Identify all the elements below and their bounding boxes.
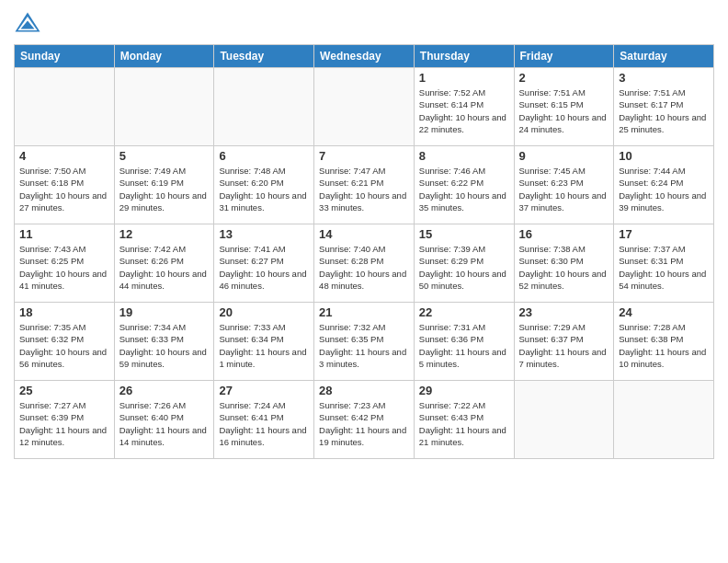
day-number: 11 xyxy=(19,227,109,241)
day-cell: 10Sunrise: 7:44 AMSunset: 6:24 PMDayligh… xyxy=(614,146,714,224)
day-number: 25 xyxy=(19,384,109,397)
day-number: 26 xyxy=(119,384,210,397)
day-cell: 21Sunrise: 7:32 AMSunset: 6:35 PMDayligh… xyxy=(314,303,415,381)
day-cell: 18Sunrise: 7:35 AMSunset: 6:32 PMDayligh… xyxy=(15,303,115,381)
day-cell: 23Sunrise: 7:29 AMSunset: 6:37 PMDayligh… xyxy=(514,303,614,381)
day-cell: 28Sunrise: 7:23 AMSunset: 6:42 PMDayligh… xyxy=(314,381,415,459)
day-number: 13 xyxy=(219,227,309,241)
day-number: 16 xyxy=(519,227,609,241)
day-info: Sunrise: 7:46 AMSunset: 6:22 PMDaylight:… xyxy=(419,165,509,213)
day-number: 6 xyxy=(219,149,309,163)
day-info: Sunrise: 7:28 AMSunset: 6:38 PMDaylight:… xyxy=(619,321,709,370)
day-number: 24 xyxy=(619,305,709,319)
day-info: Sunrise: 7:42 AMSunset: 6:26 PMDaylight:… xyxy=(119,243,210,292)
day-info: Sunrise: 7:31 AMSunset: 6:36 PMDaylight:… xyxy=(419,321,509,370)
day-cell xyxy=(114,68,214,146)
day-number: 3 xyxy=(619,71,709,85)
day-info: Sunrise: 7:39 AMSunset: 6:29 PMDaylight:… xyxy=(419,243,509,292)
day-number: 29 xyxy=(419,384,509,397)
day-number: 8 xyxy=(419,149,509,163)
logo-icon xyxy=(14,9,41,37)
day-number: 17 xyxy=(619,227,709,241)
day-info: Sunrise: 7:26 AMSunset: 6:40 PMDaylight:… xyxy=(119,399,210,448)
day-cell: 3Sunrise: 7:51 AMSunset: 6:17 PMDaylight… xyxy=(614,68,714,146)
day-info: Sunrise: 7:27 AMSunset: 6:39 PMDaylight:… xyxy=(19,399,109,448)
day-info: Sunrise: 7:35 AMSunset: 6:32 PMDaylight:… xyxy=(19,321,109,370)
week-row-5: 25Sunrise: 7:27 AMSunset: 6:39 PMDayligh… xyxy=(15,381,714,459)
day-info: Sunrise: 7:43 AMSunset: 6:25 PMDaylight:… xyxy=(19,243,109,292)
day-info: Sunrise: 7:32 AMSunset: 6:35 PMDaylight:… xyxy=(319,321,409,370)
day-cell: 29Sunrise: 7:22 AMSunset: 6:43 PMDayligh… xyxy=(414,381,514,459)
day-cell: 19Sunrise: 7:34 AMSunset: 6:33 PMDayligh… xyxy=(114,303,214,381)
day-number: 18 xyxy=(19,305,109,319)
day-cell xyxy=(214,68,314,146)
day-number: 12 xyxy=(119,227,210,241)
col-header-saturday: Saturday xyxy=(614,45,714,68)
day-number: 5 xyxy=(119,149,210,163)
day-number: 14 xyxy=(319,227,409,241)
day-number: 2 xyxy=(519,71,609,85)
header-row: SundayMondayTuesdayWednesdayThursdayFrid… xyxy=(15,45,714,68)
day-info: Sunrise: 7:34 AMSunset: 6:33 PMDaylight:… xyxy=(119,321,210,370)
day-number: 7 xyxy=(319,149,409,163)
day-cell: 25Sunrise: 7:27 AMSunset: 6:39 PMDayligh… xyxy=(15,381,115,459)
col-header-tuesday: Tuesday xyxy=(214,45,314,68)
day-cell: 2Sunrise: 7:51 AMSunset: 6:15 PMDaylight… xyxy=(514,68,614,146)
day-cell: 15Sunrise: 7:39 AMSunset: 6:29 PMDayligh… xyxy=(414,224,514,303)
day-cell: 27Sunrise: 7:24 AMSunset: 6:41 PMDayligh… xyxy=(214,381,314,459)
day-number: 23 xyxy=(519,305,609,319)
day-number: 27 xyxy=(219,384,309,397)
day-info: Sunrise: 7:41 AMSunset: 6:27 PMDaylight:… xyxy=(219,243,309,292)
calendar-table: SundayMondayTuesdayWednesdayThursdayFrid… xyxy=(14,44,714,459)
day-cell xyxy=(15,68,115,146)
day-cell: 12Sunrise: 7:42 AMSunset: 6:26 PMDayligh… xyxy=(114,224,214,303)
day-number: 28 xyxy=(319,384,409,397)
day-cell: 6Sunrise: 7:48 AMSunset: 6:20 PMDaylight… xyxy=(214,146,314,224)
day-number: 15 xyxy=(419,227,509,241)
day-number: 9 xyxy=(519,149,609,163)
day-info: Sunrise: 7:48 AMSunset: 6:20 PMDaylight:… xyxy=(219,165,309,213)
col-header-friday: Friday xyxy=(514,45,614,68)
day-info: Sunrise: 7:33 AMSunset: 6:34 PMDaylight:… xyxy=(219,321,309,370)
week-row-1: 1Sunrise: 7:52 AMSunset: 6:14 PMDaylight… xyxy=(15,68,714,146)
day-number: 20 xyxy=(219,305,309,319)
col-header-monday: Monday xyxy=(114,45,214,68)
day-cell: 24Sunrise: 7:28 AMSunset: 6:38 PMDayligh… xyxy=(614,303,714,381)
day-info: Sunrise: 7:49 AMSunset: 6:19 PMDaylight:… xyxy=(119,165,210,213)
day-cell: 13Sunrise: 7:41 AMSunset: 6:27 PMDayligh… xyxy=(214,224,314,303)
day-cell: 20Sunrise: 7:33 AMSunset: 6:34 PMDayligh… xyxy=(214,303,314,381)
day-number: 1 xyxy=(419,71,509,85)
day-cell: 1Sunrise: 7:52 AMSunset: 6:14 PMDaylight… xyxy=(414,68,514,146)
col-header-sunday: Sunday xyxy=(15,45,115,68)
day-cell: 8Sunrise: 7:46 AMSunset: 6:22 PMDaylight… xyxy=(414,146,514,224)
day-info: Sunrise: 7:47 AMSunset: 6:21 PMDaylight:… xyxy=(319,165,409,213)
day-cell: 4Sunrise: 7:50 AMSunset: 6:18 PMDaylight… xyxy=(15,146,115,224)
day-number: 22 xyxy=(419,305,509,319)
day-info: Sunrise: 7:51 AMSunset: 6:17 PMDaylight:… xyxy=(619,86,709,135)
day-info: Sunrise: 7:37 AMSunset: 6:31 PMDaylight:… xyxy=(619,243,709,292)
day-cell: 17Sunrise: 7:37 AMSunset: 6:31 PMDayligh… xyxy=(614,224,714,303)
header xyxy=(14,9,714,37)
day-info: Sunrise: 7:23 AMSunset: 6:42 PMDaylight:… xyxy=(319,399,409,448)
week-row-4: 18Sunrise: 7:35 AMSunset: 6:32 PMDayligh… xyxy=(15,303,714,381)
day-info: Sunrise: 7:24 AMSunset: 6:41 PMDaylight:… xyxy=(219,399,309,448)
day-cell xyxy=(514,381,614,459)
col-header-thursday: Thursday xyxy=(414,45,514,68)
day-cell: 11Sunrise: 7:43 AMSunset: 6:25 PMDayligh… xyxy=(15,224,115,303)
day-number: 4 xyxy=(19,149,109,163)
day-number: 10 xyxy=(619,149,709,163)
day-cell: 22Sunrise: 7:31 AMSunset: 6:36 PMDayligh… xyxy=(414,303,514,381)
day-cell: 26Sunrise: 7:26 AMSunset: 6:40 PMDayligh… xyxy=(114,381,214,459)
day-cell: 14Sunrise: 7:40 AMSunset: 6:28 PMDayligh… xyxy=(314,224,415,303)
day-info: Sunrise: 7:44 AMSunset: 6:24 PMDaylight:… xyxy=(619,165,709,213)
week-row-3: 11Sunrise: 7:43 AMSunset: 6:25 PMDayligh… xyxy=(15,224,714,303)
logo xyxy=(14,9,45,37)
day-info: Sunrise: 7:45 AMSunset: 6:23 PMDaylight:… xyxy=(519,165,609,213)
day-number: 19 xyxy=(119,305,210,319)
day-cell: 16Sunrise: 7:38 AMSunset: 6:30 PMDayligh… xyxy=(514,224,614,303)
week-row-2: 4Sunrise: 7:50 AMSunset: 6:18 PMDaylight… xyxy=(15,146,714,224)
day-info: Sunrise: 7:38 AMSunset: 6:30 PMDaylight:… xyxy=(519,243,609,292)
day-number: 21 xyxy=(319,305,409,319)
page: SundayMondayTuesdayWednesdayThursdayFrid… xyxy=(0,0,728,563)
col-header-wednesday: Wednesday xyxy=(314,45,415,68)
